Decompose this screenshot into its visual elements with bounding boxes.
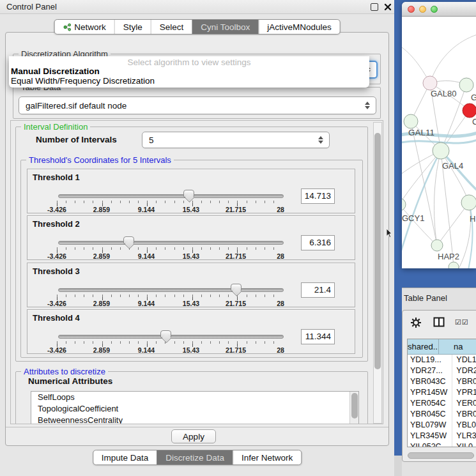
tab-discretize-data[interactable]: Discretize Data <box>157 450 233 464</box>
cell-shared-name[interactable]: YDR27... <box>408 365 452 376</box>
number-of-intervals-label: Number of Intervals <box>36 132 144 148</box>
tab-cyni-toolbox[interactable]: Cyni Toolbox <box>192 20 258 34</box>
slider-scale-label: 21.715 <box>222 300 250 307</box>
threshold-2-value-field[interactable]: 6.316 <box>301 235 335 250</box>
threshold-1-slider-track[interactable] <box>58 194 284 198</box>
column-header-name[interactable]: na <box>439 339 476 354</box>
network-canvas[interactable]: GAL80 GA C GAL11 GAL4 GCY1 H HAP2 <box>402 17 476 268</box>
node-bottom-partial[interactable] <box>449 262 459 268</box>
node-gal4[interactable] <box>433 142 449 159</box>
tab-select[interactable]: Select <box>151 20 192 34</box>
cell-shared-name[interactable]: YIL052C <box>408 441 452 447</box>
node-red-selected[interactable] <box>463 104 476 118</box>
list-item-topologicalcoefficient[interactable]: TopologicalCoefficient <box>31 403 358 415</box>
tab-style[interactable]: Style <box>114 20 151 34</box>
cell-name[interactable]: YBL0 <box>452 420 476 431</box>
columns-icon[interactable] <box>433 317 445 327</box>
table-data-selected-value: galFiltered.sif default node <box>26 101 127 111</box>
tab-jactivemnodules[interactable]: jActiveMNodules <box>258 20 340 34</box>
cyni-bottom-tabs: Impute Data Discretize Data Infer Networ… <box>93 450 302 465</box>
settings-vertical-scrollbar[interactable] <box>373 122 382 424</box>
threshold-4-value-field[interactable]: 11.344 <box>301 329 335 344</box>
threshold-4-slider-handle[interactable] <box>160 330 171 338</box>
minimize-traffic-light-icon[interactable] <box>419 6 426 13</box>
slider-scale-label: 28 <box>266 252 295 260</box>
cell-name[interactable]: YIL0 <box>452 441 476 447</box>
table-row[interactable]: YBL079WYBL0 <box>408 420 476 431</box>
cell-shared-name[interactable]: YDL19... <box>408 355 452 365</box>
node-hap2[interactable] <box>431 240 443 251</box>
cell-name[interactable]: YBR0 <box>452 376 476 387</box>
tab-impute-data[interactable]: Impute Data <box>93 450 157 464</box>
network-window-titlebar[interactable] <box>402 2 476 17</box>
threshold-4-slider-track[interactable] <box>58 335 284 339</box>
table-data-combobox[interactable]: galFiltered.sif default node <box>19 96 376 114</box>
threshold-3-value-field[interactable]: 21.4 <box>301 282 335 298</box>
cell-name[interactable]: YDL1 <box>452 355 476 365</box>
cell-shared-name[interactable]: YER054C <box>408 398 452 409</box>
tab-network[interactable]: Network <box>54 20 114 34</box>
list-item-betweennesscentrality[interactable]: BetweennessCentrality <box>31 415 358 424</box>
cell-name[interactable]: YPR1 <box>452 387 476 398</box>
node-gcy1[interactable] <box>402 198 406 211</box>
tab-infer-network[interactable]: Infer Network <box>233 450 301 464</box>
dropdown-option-manual-discretization[interactable]: Manual Discretization <box>9 66 369 76</box>
cell-shared-name[interactable]: YBL079W <box>408 420 452 431</box>
slider-scale-label: 21.715 <box>222 206 250 213</box>
app-root: Control Panel Network Style Select Cyni … <box>0 0 476 476</box>
slider-scale-label: -3.426 <box>43 252 71 260</box>
table-row[interactable]: YER054CYER0 <box>408 398 476 409</box>
table-row[interactable]: YDR27...YDR2 <box>408 365 476 376</box>
table-horizontal-scrollbar[interactable] <box>408 452 474 459</box>
cell-shared-name[interactable]: YLR345W <box>408 431 452 441</box>
scrollbar-thumb[interactable] <box>351 393 358 418</box>
cell-shared-name[interactable]: YPR145W <box>408 387 452 398</box>
select-attributes-checkboxes-icon[interactable]: ☑☑ <box>455 318 469 326</box>
close-traffic-light-icon[interactable] <box>408 6 415 13</box>
table-row[interactable]: YDL19...YDL1 <box>408 355 476 365</box>
threshold-3-slider-handle[interactable] <box>231 284 242 291</box>
cell-shared-name[interactable]: YBR043C <box>408 376 452 387</box>
threshold-1-value-field[interactable]: 14.713 <box>301 188 335 204</box>
interval-definition-group-title: Interval Definition <box>21 122 90 132</box>
slider-scale-label: 21.715 <box>222 346 250 354</box>
slider-scale-label: 15.43 <box>177 206 205 213</box>
tab-impute-data-label: Impute Data <box>102 450 149 465</box>
svg-text:GCY1: GCY1 <box>402 213 424 223</box>
close-icon[interactable] <box>384 3 392 11</box>
tab-network-label: Network <box>74 20 106 35</box>
cell-shared-name[interactable]: YBR045C <box>408 409 452 420</box>
dropdown-option-equal-width-frequency[interactable]: Equal Width/Frequency Discretization <box>9 76 369 86</box>
table-row[interactable]: YPR145WYPR1 <box>408 387 476 398</box>
node-gal11[interactable] <box>404 114 418 128</box>
cell-name[interactable]: YLR3 <box>452 431 476 441</box>
threshold-2-slider-handle[interactable] <box>123 236 134 244</box>
cell-name[interactable]: YBR0 <box>452 409 476 420</box>
slider-scale-label: 2.859 <box>88 206 116 213</box>
node-partial-top-right[interactable] <box>459 78 473 92</box>
slider-minor-ticks <box>57 201 282 203</box>
threshold-1-slider-handle[interactable] <box>183 190 194 197</box>
cell-name[interactable]: YER0 <box>452 398 476 409</box>
split-pane-divider[interactable] <box>394 0 402 456</box>
table-row[interactable]: YLR345WYLR3 <box>408 431 476 441</box>
scrollbar-thumb[interactable] <box>374 133 381 369</box>
node-gal80[interactable] <box>423 76 437 90</box>
threshold-3-slider-track[interactable] <box>58 288 284 292</box>
zoom-traffic-light-icon[interactable] <box>431 6 438 13</box>
apply-button[interactable]: Apply <box>171 429 216 443</box>
cell-name[interactable]: YDR2 <box>452 365 476 376</box>
node-h[interactable] <box>461 195 476 210</box>
threshold-2-slider-track[interactable] <box>58 241 284 245</box>
number-of-intervals-combobox[interactable]: 5 <box>142 132 330 148</box>
column-header-shared-name[interactable]: shared... <box>408 339 439 354</box>
table-row[interactable]: YIL052CYIL0 <box>408 441 476 447</box>
gear-icon[interactable] <box>410 317 422 328</box>
table-row[interactable]: YBR043CYBR0 <box>408 376 476 387</box>
thresholds-group-title: Threshold's Coordinates for 5 Intervals <box>26 155 174 165</box>
table-row[interactable]: YBR045CYBR0 <box>408 409 476 420</box>
node-attribute-table[interactable]: shared... na YDL19...YDL1 YDR27...YDR2 Y… <box>407 339 476 447</box>
float-window-icon[interactable] <box>371 3 378 11</box>
attributes-list-scrollbar[interactable] <box>349 392 358 424</box>
list-item-selfloops[interactable]: SelfLoops <box>31 392 358 403</box>
